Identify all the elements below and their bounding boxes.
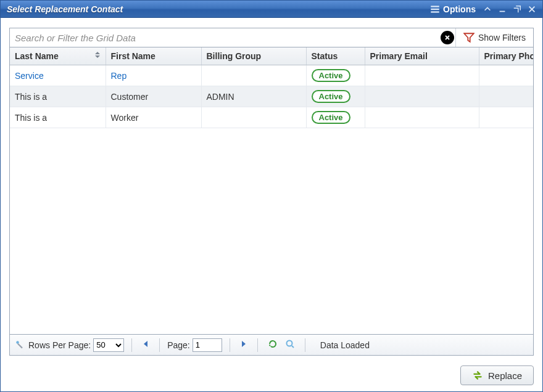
show-filters-button[interactable]: Show Filters	[456, 28, 533, 47]
prev-page-button[interactable]	[139, 338, 152, 351]
cell-status: Active	[306, 107, 365, 128]
dialog-footer: Replace	[1, 361, 542, 391]
sort-icon	[94, 51, 101, 59]
svg-point-10	[286, 341, 292, 346]
search-input[interactable]	[14, 32, 438, 44]
grid-toolbar: Rows Per Page: 50 Page: Data Loa	[9, 335, 534, 356]
separator	[159, 338, 160, 352]
cell-first-name: Rep	[106, 65, 201, 86]
status-text: Data Loaded	[320, 340, 370, 350]
col-first-name[interactable]: First Name	[106, 47, 201, 65]
filter-row: Show Filters	[9, 28, 534, 47]
dialog-window: Select Replacement Contact Options	[0, 0, 543, 392]
replace-label: Replace	[488, 370, 522, 381]
col-last-name-label: Last Name	[15, 51, 59, 61]
wand-icon[interactable]	[15, 340, 26, 351]
cell-primary-email	[365, 65, 479, 86]
page-label: Page:	[167, 340, 190, 350]
cell-billing-group	[201, 65, 306, 86]
replace-button[interactable]: Replace	[460, 365, 534, 385]
cell-last-name: Service	[10, 65, 106, 86]
cell-primary-email	[365, 86, 479, 107]
page-input[interactable]	[193, 338, 222, 352]
table-row[interactable]: This is aWorkerActive	[10, 107, 533, 128]
window-title: Select Replacement Contact	[7, 4, 426, 14]
separator	[131, 338, 132, 352]
cell-billing-group	[201, 107, 306, 128]
cell-first-name: Worker	[106, 107, 201, 128]
cell-status: Active	[306, 86, 365, 107]
separator	[257, 338, 258, 352]
cell-status: Active	[306, 65, 365, 86]
contacts-grid: Last Name First Name Billing Group Statu…	[10, 47, 533, 128]
col-status[interactable]: Status	[306, 47, 365, 65]
svg-rect-1	[431, 8, 439, 9]
cell-primary-email	[365, 107, 479, 128]
collapse-button[interactable]	[481, 4, 494, 15]
rows-per-page-select[interactable]: 50	[93, 338, 124, 352]
refresh-button[interactable]	[265, 338, 280, 352]
svg-rect-2	[431, 11, 439, 12]
minimize-button[interactable]	[495, 4, 509, 15]
search-wrap	[10, 28, 456, 47]
funnel-icon	[463, 32, 475, 43]
grid-scroll[interactable]: Last Name First Name Billing Group Statu…	[10, 47, 533, 334]
status-badge: Active	[312, 90, 350, 103]
cell-last-name: This is a	[10, 107, 106, 128]
list-icon	[429, 4, 441, 15]
first-name-link[interactable]: Rep	[111, 71, 127, 81]
cell-primary-phone	[479, 107, 533, 128]
rows-per-page-label: Rows Per Page:	[28, 340, 91, 350]
table-row[interactable]: ServiceRepActive	[10, 65, 533, 86]
col-primary-phone[interactable]: Primary Phone	[479, 47, 533, 65]
cell-last-name: This is a	[10, 86, 106, 107]
title-bar: Select Replacement Contact Options	[1, 1, 542, 18]
status-badge: Active	[312, 111, 350, 124]
cell-first-name: Customer	[106, 86, 201, 107]
grid-wrap: Last Name First Name Billing Group Statu…	[9, 47, 534, 335]
cell-billing-group: ADMIN	[201, 86, 306, 107]
separator	[230, 338, 230, 352]
svg-rect-3	[500, 10, 505, 12]
svg-line-11	[292, 346, 294, 348]
status-badge: Active	[312, 69, 350, 82]
svg-rect-9	[17, 343, 23, 348]
maximize-button[interactable]	[510, 4, 524, 15]
zoom-button[interactable]	[283, 338, 297, 352]
table-row[interactable]: This is aCustomerADMINActive	[10, 86, 533, 107]
show-filters-label: Show Filters	[478, 33, 526, 43]
swap-icon	[472, 370, 483, 381]
grid-header-row: Last Name First Name Billing Group Statu…	[10, 47, 533, 65]
close-button[interactable]	[525, 4, 539, 15]
separator	[305, 338, 305, 352]
clear-search-button[interactable]	[441, 31, 454, 44]
last-name-link[interactable]: Service	[15, 71, 44, 81]
col-billing-group[interactable]: Billing Group	[201, 47, 306, 65]
options-label: Options	[443, 4, 476, 14]
svg-rect-0	[431, 6, 439, 7]
col-last-name[interactable]: Last Name	[10, 47, 106, 65]
dialog-body: Show Filters Last Name	[1, 18, 542, 361]
options-button[interactable]: Options	[426, 2, 479, 16]
cell-primary-phone	[479, 86, 533, 107]
next-page-button[interactable]	[238, 338, 250, 351]
cell-primary-phone	[479, 65, 533, 86]
col-primary-email[interactable]: Primary Email	[365, 47, 479, 65]
